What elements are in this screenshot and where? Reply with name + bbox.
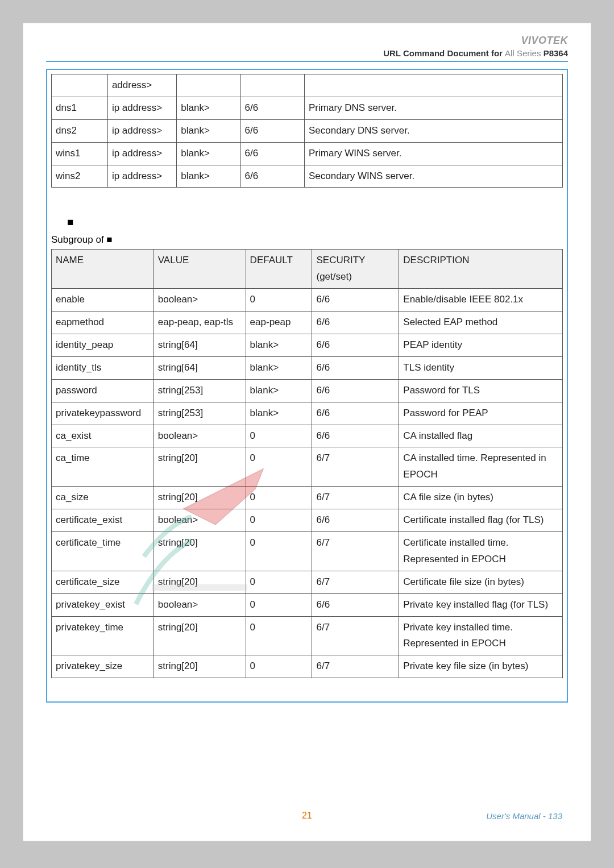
cell-default: blank> <box>246 334 312 357</box>
doc-title: URL Command Document for All Series P836… <box>383 48 568 58</box>
cell-description: Secondary DNS server. <box>304 119 562 142</box>
cell-description: Private key installed flag (for TLS) <box>399 593 563 616</box>
table-row: passwordstring[253]blank>6/6Password for… <box>52 379 563 402</box>
footer-page-label: User's Manual - 133 <box>486 811 562 821</box>
cell-name: enable <box>52 289 154 312</box>
th-value: VALUE <box>154 250 246 289</box>
cell-security: 6/6 <box>312 334 399 357</box>
cell-security: 6/6 <box>312 356 399 379</box>
cell-description: CA installed flag <box>399 425 563 447</box>
cell-description: Selected EAP method <box>399 312 563 334</box>
cell-description: Password for PEAP <box>399 402 563 425</box>
inner-page-number: 21 <box>302 811 312 821</box>
cell-name: privatekeypassword <box>52 402 154 425</box>
cell-security <box>240 74 304 97</box>
cell-default: blank> <box>177 142 240 165</box>
doc-title-series: All Series <box>505 48 541 58</box>
doc-title-model: P8364 <box>544 48 568 58</box>
cell-name: eapmethod <box>52 312 154 334</box>
cell-security: 6/6 <box>312 593 399 616</box>
table-row: dns1ip address>blank>6/6Primary DNS serv… <box>52 97 563 119</box>
cell-security: 6/7 <box>312 616 399 655</box>
cell-description: Password for TLS <box>399 379 563 402</box>
table-row: privatekey_timestring[20]06/7Private key… <box>52 616 563 655</box>
doc-title-row: URL Command Document for All Series P836… <box>46 48 568 62</box>
cell-name <box>52 74 108 97</box>
cell-description: Enable/disable IEEE 802.1x <box>399 289 563 312</box>
table-header-row: NAME VALUE DEFAULT SECURITY (get/set) DE… <box>52 250 563 289</box>
svg-rect-0 <box>152 584 247 591</box>
th-name: NAME <box>52 250 154 289</box>
cell-security: 6/6 <box>240 142 304 165</box>
cell-value: string[253] <box>154 379 246 402</box>
cell-description: Secondary WINS server. <box>304 165 562 188</box>
table-row: eapmethodeap-peap, eap-tlseap-peap6/6Sel… <box>52 312 563 334</box>
content-frame: address>dns1ip address>blank>6/6Primary … <box>46 69 568 703</box>
table-row: privatekeypasswordstring[253]blank>6/6Pa… <box>52 402 563 425</box>
cell-value: boolean> <box>154 425 246 447</box>
cell-security: 6/6 <box>240 97 304 119</box>
cell-value: eap-peap, eap-tls <box>154 312 246 334</box>
cell-security: 6/7 <box>312 447 399 487</box>
page: VIVOTEK URL Command Document for All Ser… <box>23 23 591 841</box>
cell-security: 6/6 <box>312 312 399 334</box>
cell-security: 6/6 <box>312 402 399 425</box>
table-row: enableboolean>06/6Enable/disable IEEE 80… <box>52 289 563 312</box>
cell-default: blank> <box>177 97 240 119</box>
cell-description: PEAP identity <box>399 334 563 357</box>
cell-value: ip address> <box>107 119 176 142</box>
cell-name: dns1 <box>52 97 108 119</box>
cell-default: 0 <box>246 425 312 447</box>
table-row: ca_existboolean>06/6CA installed flag <box>52 425 563 447</box>
table-row: wins2ip address>blank>6/6Secondary WINS … <box>52 165 563 188</box>
cell-name: password <box>52 379 154 402</box>
subgroup-label: Subgroup of ■ <box>51 234 563 246</box>
content: address>dns1ip address>blank>6/6Primary … <box>48 70 566 701</box>
cell-security: 6/6 <box>312 289 399 312</box>
cell-default: blank> <box>177 119 240 142</box>
cell-default <box>177 74 240 97</box>
cell-value: ip address> <box>107 142 176 165</box>
cell-security: 6/6 <box>240 119 304 142</box>
cell-name: wins2 <box>52 165 108 188</box>
cell-default: blank> <box>246 356 312 379</box>
cell-name: identity_peap <box>52 334 154 357</box>
th-security: SECURITY (get/set) <box>312 250 399 289</box>
cell-description: TLS identity <box>399 356 563 379</box>
cell-default: blank> <box>177 165 240 188</box>
cell-default: blank> <box>246 379 312 402</box>
cell-security: 6/6 <box>312 379 399 402</box>
cell-security: 6/7 <box>312 655 399 678</box>
th-default: DEFAULT <box>246 250 312 289</box>
cell-description: Certificate installed flag (for TLS) <box>399 509 563 532</box>
cell-name: wins1 <box>52 142 108 165</box>
cell-security: 6/6 <box>240 165 304 188</box>
cell-description: Certificate file size (in bytes) <box>399 571 563 593</box>
cell-value: string[253] <box>154 402 246 425</box>
parameters-table-1: address>dns1ip address>blank>6/6Primary … <box>51 74 563 188</box>
cell-security: 6/7 <box>312 487 399 509</box>
cell-name: privatekey_time <box>52 616 154 655</box>
table-row: address> <box>52 74 563 97</box>
cell-security: 6/7 <box>312 571 399 593</box>
table-row: identity_tlsstring[64]blank>6/6TLS ident… <box>52 356 563 379</box>
cell-default: 0 <box>246 655 312 678</box>
th-description: DESCRIPTION <box>399 250 563 289</box>
cell-description: CA installed time. Represented in EPOCH <box>399 447 563 487</box>
page-header: VIVOTEK <box>46 35 568 47</box>
cell-default: eap-peap <box>246 312 312 334</box>
cell-value: boolean> <box>154 289 246 312</box>
cell-description: Private key file size (in bytes) <box>399 655 563 678</box>
table-row: wins1ip address>blank>6/6Primary WINS se… <box>52 142 563 165</box>
cell-name: dns2 <box>52 119 108 142</box>
watermark-icon <box>120 461 279 620</box>
cell-name: ca_exist <box>52 425 154 447</box>
doc-title-prefix: URL Command Document for <box>383 48 505 58</box>
cell-name: identity_tls <box>52 356 154 379</box>
table-row: privatekey_sizestring[20]06/7Private key… <box>52 655 563 678</box>
cell-default: 0 <box>246 289 312 312</box>
cell-description <box>304 74 562 97</box>
cell-description: Private key installed time. Represented … <box>399 616 563 655</box>
cell-description: Primary WINS server. <box>304 142 562 165</box>
cell-value: string[20] <box>154 616 246 655</box>
